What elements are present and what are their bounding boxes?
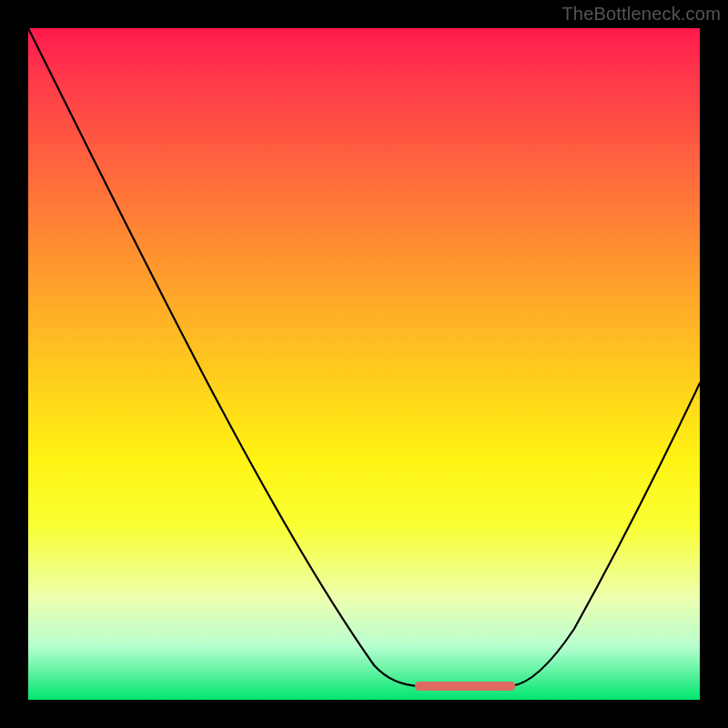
accent-endpoint-left [415, 682, 424, 691]
watermark-text: TheBottleneck.com [561, 4, 721, 25]
chart-svg [28, 28, 700, 700]
curve-right [511, 383, 700, 686]
chart-frame: TheBottleneck.com [0, 0, 728, 728]
curve-left [28, 28, 420, 686]
accent-endpoint-right [506, 682, 515, 691]
